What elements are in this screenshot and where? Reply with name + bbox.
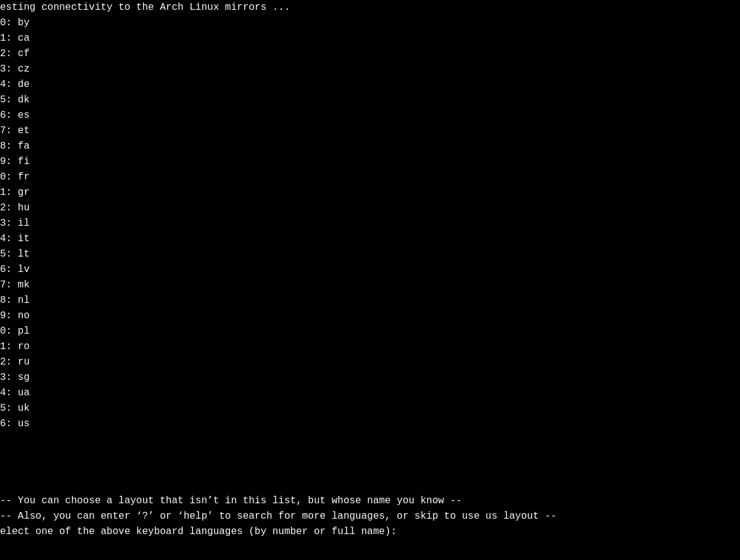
list-item: 2: cf: [0, 46, 740, 62]
list-item: 4: ua: [0, 385, 740, 401]
list-item: 6: es: [0, 108, 740, 123]
list-item: 7: et: [0, 123, 740, 139]
footer-lines: -- You can choose a layout that isn’t in…: [0, 493, 740, 540]
footer-line: -- Also, you can enter ‘?’ or ‘help’ to …: [0, 509, 740, 524]
list-item: 6: us: [0, 416, 740, 432]
list-item: 5: lt: [0, 247, 740, 262]
list-item: 2: hu: [0, 200, 740, 216]
list-item: 0: by: [0, 15, 740, 31]
list-item: 1: gr: [0, 185, 740, 200]
list-item: 6: lv: [0, 262, 740, 278]
spacer: [0, 432, 740, 493]
list-item: 0: fr: [0, 170, 740, 185]
list-item: 3: sg: [0, 370, 740, 385]
terminal-output: esting connectivity to the Arch Linux mi…: [0, 0, 740, 560]
list-item: 1: ca: [0, 31, 740, 46]
list-item: 8: nl: [0, 293, 740, 308]
footer-messages: -- You can choose a layout that isn’t in…: [0, 493, 740, 540]
entries-list: 0: by1: ca2: cf3: cz4: de5: dk6: es7: et…: [0, 15, 740, 432]
list-item: 2: ru: [0, 355, 740, 370]
list-item: 8: fa: [0, 139, 740, 154]
footer-line: elect one of the above keyboard language…: [0, 524, 740, 540]
list-item: 3: cz: [0, 62, 740, 77]
list-item: 3: il: [0, 216, 740, 231]
list-item: 5: uk: [0, 401, 740, 416]
terminal-window: esting connectivity to the Arch Linux mi…: [0, 0, 740, 560]
footer-line: -- You can choose a layout that isn’t in…: [0, 493, 740, 509]
list-item: 7: mk: [0, 278, 740, 293]
list-item: 9: fi: [0, 154, 740, 170]
list-item: 5: dk: [0, 93, 740, 108]
list-item: 9: no: [0, 308, 740, 324]
list-item: 0: pl: [0, 324, 740, 339]
list-item: 4: it: [0, 231, 740, 247]
list-item: 4: de: [0, 77, 740, 93]
header-line: esting connectivity to the Arch Linux mi…: [0, 0, 740, 15]
list-item: 1: ro: [0, 339, 740, 355]
